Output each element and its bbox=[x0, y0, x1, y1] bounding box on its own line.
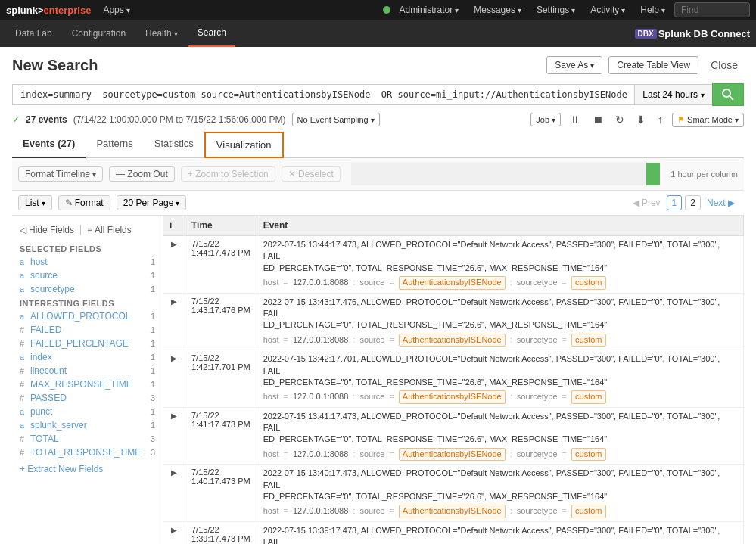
field-failed[interactable]: # FAILED 1 bbox=[12, 323, 163, 337]
share-button[interactable]: ↑ bbox=[655, 112, 666, 127]
refresh-button[interactable]: ↻ bbox=[612, 112, 627, 127]
nav-datalab[interactable]: Data Lab bbox=[6, 20, 61, 47]
search-input[interactable] bbox=[12, 84, 634, 105]
event-count: 27 events bbox=[26, 114, 67, 125]
expand-button[interactable]: ▶ bbox=[170, 410, 179, 421]
create-table-view-button[interactable]: Create Table View bbox=[608, 56, 698, 74]
stop-button[interactable]: ⏹ bbox=[590, 112, 606, 127]
page-2-button[interactable]: 2 bbox=[685, 195, 701, 210]
close-button[interactable]: Close bbox=[705, 56, 744, 74]
nav-messages[interactable]: Messages ▾ bbox=[468, 5, 527, 15]
tab-events[interactable]: Events (27) bbox=[12, 132, 86, 158]
find-input[interactable] bbox=[674, 2, 750, 17]
app-name: Splunk DB Connect bbox=[658, 28, 750, 39]
field-linecount[interactable]: # linecount 1 bbox=[12, 364, 163, 378]
time-range-button[interactable]: Last 24 hours ▾ bbox=[634, 84, 712, 105]
field-failed-percentage[interactable]: # FAILED_PERCENTAGE 1 bbox=[12, 337, 163, 350]
page-1-button[interactable]: 1 bbox=[667, 195, 683, 210]
zoom-out-button[interactable]: — Zoom Out bbox=[109, 166, 175, 182]
source-value-link[interactable]: AuthenticationsbyISENode bbox=[399, 334, 506, 347]
field-source[interactable]: a source 1 bbox=[12, 269, 163, 282]
nav-settings[interactable]: Settings ▾ bbox=[530, 5, 581, 15]
pause-button[interactable]: ⏸ bbox=[567, 112, 583, 127]
all-fields-button[interactable]: ≡ All Fields bbox=[87, 225, 132, 235]
tab-visualization[interactable]: Visualization bbox=[204, 132, 284, 158]
main-content: New Search Save As ▾ Create Table View C… bbox=[0, 47, 756, 544]
sourcetype-value-link[interactable]: custom bbox=[571, 390, 605, 403]
per-page-button[interactable]: 20 Per Page ▾ bbox=[117, 195, 187, 210]
field-passed[interactable]: # PASSED 3 bbox=[12, 391, 163, 405]
field-allowed-protocol[interactable]: a ALLOWED_PROTOCOL 1 bbox=[12, 309, 163, 323]
sourcetype-value-link[interactable]: custom bbox=[571, 276, 605, 289]
field-sourcetype[interactable]: a sourcetype 1 bbox=[12, 282, 163, 296]
nav-activity[interactable]: Activity ▾ bbox=[584, 5, 631, 15]
nav-help[interactable]: Help ▾ bbox=[634, 5, 671, 15]
sourcetype-value-link[interactable]: custom bbox=[571, 505, 605, 518]
status-icon bbox=[383, 6, 390, 14]
expand-button[interactable]: ▶ bbox=[170, 467, 179, 478]
results-left: List ▾ ✎ Format 20 Per Page ▾ bbox=[18, 195, 186, 210]
expand-button[interactable]: ▶ bbox=[170, 296, 179, 307]
table-row: ▶7/15/221:39:17.473 PM2022-07-15 13:39:1… bbox=[163, 521, 744, 544]
field-total[interactable]: # TOTAL 3 bbox=[12, 432, 163, 446]
status-left: ✓ 27 events (7/14/22 1:00:00.000 PM to 7… bbox=[12, 113, 380, 126]
source-value-link[interactable]: AuthenticationsbyISENode bbox=[399, 276, 506, 289]
results-controls: List ▾ ✎ Format 20 Per Page ▾ ◀ Prev 1 2… bbox=[12, 191, 744, 216]
event-content: 2022-07-15 13:42:17.701, ALLOWED_PROTOCO… bbox=[257, 350, 743, 408]
fields-header: ◁ Hide Fields ≡ All Fields bbox=[12, 222, 163, 241]
field-max-response-time[interactable]: # MAX_RESPONSE_TIME 1 bbox=[12, 378, 163, 391]
tab-patterns[interactable]: Patterns bbox=[86, 132, 143, 158]
extract-new-fields-link[interactable]: + Extract New Fields bbox=[12, 459, 163, 479]
deselect-button[interactable]: ✕ Deselect bbox=[282, 166, 341, 182]
nav-administrator[interactable]: Administrator ▾ bbox=[394, 5, 465, 15]
chevron-down-icon: ▾ bbox=[621, 6, 625, 14]
event-meta: host = 127.0.0.1:8088 : source = Authent… bbox=[263, 276, 737, 289]
download-button[interactable]: ⬇ bbox=[633, 112, 649, 127]
field-punct[interactable]: a punct 1 bbox=[12, 405, 163, 418]
top-nav-right: Administrator ▾ Messages ▾ Settings ▾ Ac… bbox=[383, 2, 750, 17]
chevron-down-icon: ▾ bbox=[735, 116, 739, 124]
format-button[interactable]: ✎ Format bbox=[58, 195, 110, 210]
field-host[interactable]: a host 1 bbox=[12, 255, 163, 269]
next-button[interactable]: Next ▶ bbox=[704, 196, 738, 210]
hide-fields-button[interactable]: ◁ Hide Fields bbox=[20, 225, 74, 235]
tabs-row: Events (27) Patterns Statistics Visualiz… bbox=[12, 132, 744, 158]
chevron-down-icon: ▾ bbox=[661, 6, 665, 14]
nav-apps[interactable]: Apps ▾ bbox=[97, 5, 135, 15]
source-value-link[interactable]: AuthenticationsbyISENode bbox=[399, 505, 506, 518]
field-index[interactable]: a index 1 bbox=[12, 350, 163, 364]
chevron-down-icon: ▾ bbox=[42, 199, 45, 207]
logo-splunk: splunk> bbox=[6, 5, 44, 16]
prev-button[interactable]: ◀ Prev bbox=[630, 196, 664, 210]
sourcetype-value-link[interactable]: custom bbox=[571, 448, 605, 461]
sourcetype-value-link[interactable]: custom bbox=[571, 334, 605, 347]
tab-statistics[interactable]: Statistics bbox=[144, 132, 204, 158]
field-splunk-server[interactable]: a splunk_server 1 bbox=[12, 418, 163, 432]
expand-button[interactable]: ▶ bbox=[170, 524, 179, 536]
nav-health[interactable]: Health ▾ bbox=[136, 20, 187, 47]
expand-button[interactable]: ▶ bbox=[170, 238, 179, 250]
page-title-row: New Search Save As ▾ Create Table View C… bbox=[12, 56, 744, 74]
nav-configuration[interactable]: Configuration bbox=[63, 20, 135, 47]
nav-search[interactable]: Search bbox=[188, 20, 235, 47]
column-info: 1 hour per column bbox=[670, 169, 738, 179]
chevron-down-icon: ▾ bbox=[126, 6, 130, 14]
event-time: 7/15/221:39:17.473 PM bbox=[185, 521, 257, 544]
no-event-sampling-button[interactable]: No Event Sampling ▾ bbox=[292, 113, 380, 126]
event-meta: host = 127.0.0.1:8088 : source = Authent… bbox=[263, 334, 737, 347]
source-value-link[interactable]: AuthenticationsbyISENode bbox=[399, 390, 506, 403]
save-as-button[interactable]: Save As ▾ bbox=[546, 56, 602, 74]
search-button[interactable] bbox=[712, 83, 744, 106]
logo[interactable]: splunk>enterprise bbox=[6, 5, 91, 16]
job-button[interactable]: Job ▾ bbox=[530, 113, 561, 126]
source-value-link[interactable]: AuthenticationsbyISENode bbox=[399, 448, 506, 461]
expand-button[interactable]: ▶ bbox=[170, 353, 179, 364]
format-timeline-button[interactable]: Format Timeline ▾ bbox=[18, 166, 103, 182]
field-total-response-time[interactable]: # TOTAL_RESPONSE_TIME 3 bbox=[12, 446, 163, 459]
results-layout: ◁ Hide Fields ≡ All Fields SELECTED FIEL… bbox=[12, 216, 744, 544]
smart-mode-button[interactable]: ⚑ Smart Mode ▾ bbox=[672, 113, 744, 127]
event-expand-cell: ▶ bbox=[163, 465, 185, 522]
zoom-selection-button[interactable]: + Zoom to Selection bbox=[181, 166, 275, 182]
list-button[interactable]: List ▾ bbox=[18, 195, 52, 210]
event-content: 2022-07-15 13:41:17.473, ALLOWED_PROTOCO… bbox=[257, 407, 743, 465]
